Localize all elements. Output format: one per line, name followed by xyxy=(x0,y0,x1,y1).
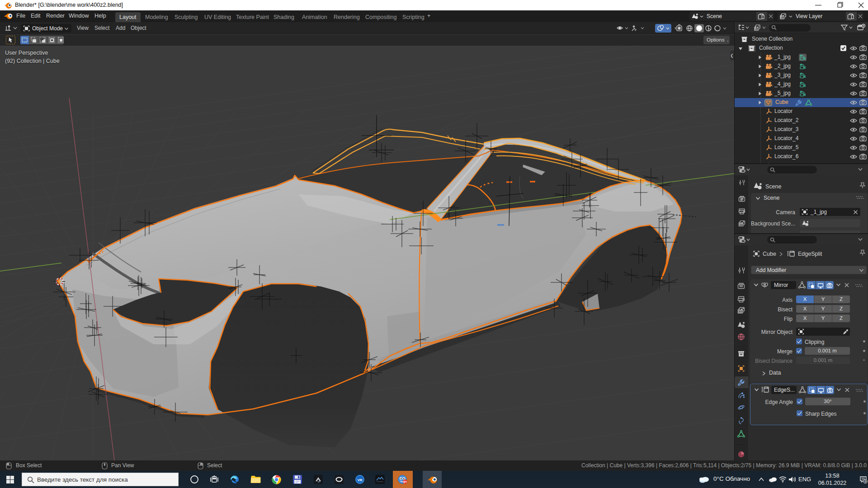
svg-text:9: 9 xyxy=(864,479,866,483)
svg-text:VR: VR xyxy=(357,478,362,482)
svg-text:9+: 9+ xyxy=(403,480,407,483)
